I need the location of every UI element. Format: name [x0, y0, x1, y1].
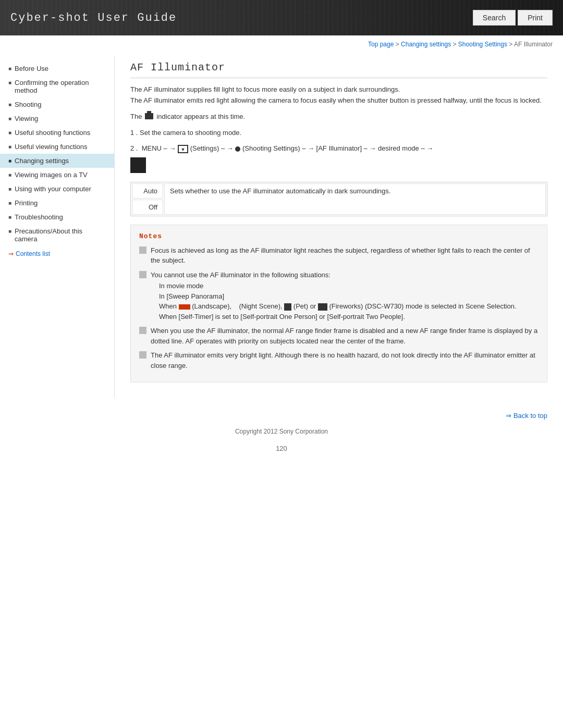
step1-text: 1 . Set the camera to shooting mode.	[130, 129, 241, 137]
intro-line1: The AF illuminator supplies fill light t…	[130, 84, 547, 95]
sidebar-label: Confirming the operation method	[15, 79, 106, 94]
note-item-3: When you use the AF illuminator, the nor…	[139, 326, 538, 346]
sidebar-item-confirming[interactable]: ■ Confirming the operation method	[0, 76, 114, 97]
bullet-icon: ■	[8, 80, 11, 85]
sidebar-item-changing-settings[interactable]: ■ Changing settings	[0, 154, 114, 168]
pet-icon	[284, 303, 291, 311]
search-button[interactable]: Search	[473, 10, 516, 26]
breadcrumb-current: AF Illuminator	[514, 41, 553, 48]
note-bullet-icon	[139, 351, 146, 359]
sidebar-label: Using with your computer	[15, 185, 91, 193]
fireworks-icon	[318, 303, 327, 311]
note-sub-item: In movie mode	[159, 281, 538, 291]
contents-list-icon: ⇒	[8, 250, 14, 257]
table-row: Auto Sets whether to use the AF illumina…	[132, 183, 546, 199]
sidebar-label: Useful shooting functions	[15, 129, 90, 137]
step2-text: 2 . MENU – → ▼ (Settings) – → (Shooting …	[130, 144, 433, 152]
note-item-4: The AF illuminator emits very bright lig…	[139, 350, 538, 371]
breadcrumb-top[interactable]: Top page	[368, 41, 394, 48]
notes-box: Notes Focus is achieved as long as the A…	[130, 225, 547, 383]
note-item-1: Focus is achieved as long as the AF illu…	[139, 245, 538, 266]
contents-list-label: Contents list	[16, 250, 50, 257]
header-buttons: Search Print	[473, 10, 553, 26]
note-bullet-icon	[139, 271, 146, 278]
sidebar-item-using-computer[interactable]: ■ Using with your computer	[0, 182, 114, 196]
note-bullet-icon	[139, 327, 146, 334]
bullet-icon: ■	[8, 116, 11, 121]
bullet-icon: ■	[8, 144, 11, 150]
intro-paragraph: The AF illuminator supplies fill light t…	[130, 84, 547, 106]
bullet-icon: ■	[8, 200, 11, 206]
sidebar-label: Useful viewing functions	[15, 143, 87, 151]
sidebar-label: Precautions/About this camera	[15, 227, 106, 243]
indicator-line: The indicator appears at this time.	[130, 113, 547, 120]
note-text-2: You cannot use the AF illuminator in the…	[151, 270, 538, 322]
page-header: Cyber-shot User Guide Search Print	[0, 0, 563, 35]
back-to-top-icon: ⇒	[506, 412, 513, 419]
copyright-text: Copyright 2012 Sony Corporation	[235, 428, 328, 435]
table-cell-off: Off	[132, 200, 163, 215]
sidebar-label: Shooting	[15, 101, 41, 108]
sidebar-item-precautions[interactable]: ■ Precautions/About this camera	[0, 224, 114, 246]
bullet-icon: ■	[8, 66, 11, 71]
contents-list-link[interactable]: ⇒ Contents list	[0, 246, 114, 262]
note-text-4: The AF illuminator emits very bright lig…	[151, 350, 538, 371]
sidebar-label: Troubleshooting	[15, 213, 63, 221]
contents-list-anchor[interactable]: ⇒ Contents list	[8, 250, 106, 257]
back-to-top[interactable]: ⇒ Back to top	[0, 403, 563, 424]
table-cell-description: Sets whether to use the AF illuminator a…	[164, 183, 546, 215]
sidebar-label: Viewing	[15, 115, 38, 122]
landscape-icon	[179, 304, 190, 310]
bullet-icon: ■	[8, 172, 11, 178]
page-title: AF Illuminator	[130, 61, 547, 78]
page-layout: ■ Before Use ■ Confirming the operation …	[0, 51, 563, 403]
bullet-icon: ■	[8, 158, 11, 164]
breadcrumb-shooting-settings[interactable]: Shooting Settings	[458, 41, 507, 48]
camera-icon	[145, 113, 153, 119]
page-number: 120	[0, 439, 563, 458]
bullet-icon: ■	[8, 214, 11, 220]
intro-line2: The AF illuminator emits red light allow…	[130, 95, 547, 106]
settings-box-icon: ▼	[178, 145, 188, 153]
copyright: Copyright 2012 Sony Corporation	[0, 424, 563, 439]
breadcrumb: Top page > Changing settings > Shooting …	[0, 35, 563, 51]
sidebar-item-viewing[interactable]: ■ Viewing	[0, 112, 114, 126]
sidebar-item-useful-viewing[interactable]: ■ Useful viewing functions	[0, 140, 114, 154]
sidebar-item-printing[interactable]: ■ Printing	[0, 196, 114, 210]
note-sub-item: When (Landscape), (Night Scene), (Pet) o…	[159, 301, 538, 312]
table-cell-auto: Auto	[132, 183, 163, 199]
note-sub-item: In [Sweep Panorama]	[159, 291, 538, 302]
note-item-2: You cannot use the AF illuminator in the…	[139, 270, 538, 322]
back-to-top-link[interactable]: ⇒ Back to top	[506, 412, 547, 419]
bullet-icon: ■	[8, 102, 11, 107]
sidebar-label: Changing settings	[15, 157, 69, 165]
note-text-3: When you use the AF illuminator, the nor…	[151, 326, 538, 346]
step-1: 1 . Set the camera to shooting mode.	[130, 128, 547, 139]
bullet-icon: ■	[8, 130, 11, 135]
confirm-icon	[130, 157, 146, 173]
breadcrumb-changing[interactable]: Changing settings	[401, 41, 451, 48]
main-content: AF Illuminator The AF illuminator suppli…	[115, 56, 563, 398]
sidebar-label: Viewing images on a TV	[15, 171, 88, 179]
back-to-top-label: Back to top	[513, 412, 547, 419]
note-text-1: Focus is achieved as long as the AF illu…	[151, 245, 538, 266]
note-bullet-icon	[139, 246, 146, 254]
sidebar-label: Before Use	[15, 65, 48, 72]
step-2: 2 . MENU – → ▼ (Settings) – → (Shooting …	[130, 143, 547, 177]
app-title: Cyber-shot User Guide	[10, 11, 177, 24]
bullet-icon: ■	[8, 186, 11, 192]
note-sub-list: In movie mode In [Sweep Panorama] When (…	[151, 281, 538, 322]
sidebar-item-before-use[interactable]: ■ Before Use	[0, 61, 114, 76]
notes-title: Notes	[139, 232, 538, 240]
sidebar-label: Printing	[15, 199, 38, 207]
settings-table: Auto Sets whether to use the AF illumina…	[130, 182, 547, 216]
sidebar-item-useful-shooting[interactable]: ■ Useful shooting functions	[0, 126, 114, 140]
sidebar: ■ Before Use ■ Confirming the operation …	[0, 56, 115, 398]
bullet-icon: ■	[8, 228, 11, 234]
sidebar-item-troubleshooting[interactable]: ■ Troubleshooting	[0, 210, 114, 224]
dot-icon	[235, 146, 240, 152]
indicator-text-the: The	[130, 113, 142, 120]
print-button[interactable]: Print	[518, 10, 553, 26]
sidebar-item-shooting[interactable]: ■ Shooting	[0, 97, 114, 112]
sidebar-item-viewing-tv[interactable]: ■ Viewing images on a TV	[0, 168, 114, 182]
